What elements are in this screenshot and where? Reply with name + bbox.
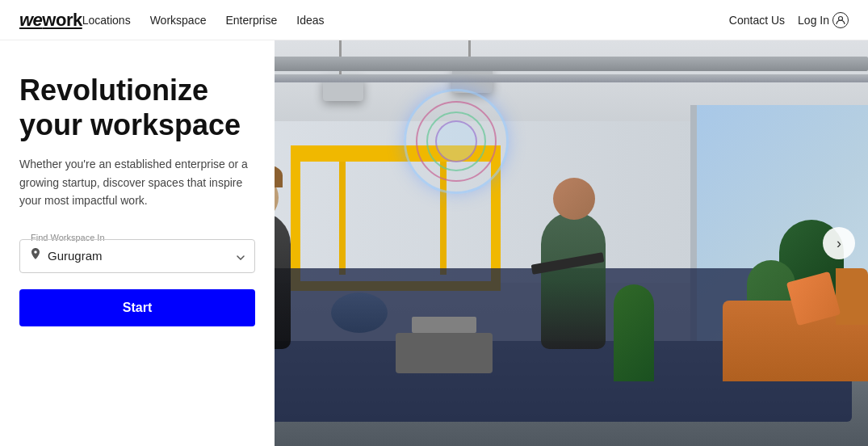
sofa-arm <box>836 268 868 325</box>
hero-subtitle: Whether you're an established enterprise… <box>19 155 255 209</box>
plant-left <box>614 284 654 381</box>
location-pin-icon <box>30 248 41 264</box>
nav-link-enterprise[interactable]: Enterprise <box>225 14 277 27</box>
nav-link-locations[interactable]: Locations <box>82 14 131 27</box>
user-icon <box>832 12 849 28</box>
nav-right: Contact Us Log In <box>729 12 849 28</box>
ottoman <box>331 292 388 333</box>
start-button[interactable]: Start <box>19 289 255 326</box>
brand-logo[interactable]: wework <box>19 10 82 31</box>
hero-content-panel: Revolutionize your workspace Whether you… <box>0 40 275 446</box>
login-button[interactable]: Log In <box>798 12 849 28</box>
location-select[interactable]: Gurugram Mumbai Bangalore Delhi Hyderaba… <box>48 249 230 263</box>
carousel-next-button[interactable]: › <box>823 227 855 259</box>
spiral-inner <box>435 120 477 162</box>
hero-title: Revolutionize your workspace <box>19 73 255 142</box>
coffee-table <box>396 333 493 373</box>
location-select-wrapper[interactable]: Gurugram Mumbai Bangalore Delhi Hyderaba… <box>19 239 255 273</box>
nav-links: Locations Workspace Enterprise Ideas <box>82 14 729 27</box>
chevron-down-icon <box>237 250 245 263</box>
nav-link-ideas[interactable]: Ideas <box>296 14 324 27</box>
navbar: wework Locations Workspace Enterprise Id… <box>0 0 868 40</box>
person-right-head <box>553 178 595 220</box>
person-right <box>541 212 606 349</box>
login-label: Log In <box>798 14 829 27</box>
table-items <box>412 317 476 333</box>
contact-us-link[interactable]: Contact Us <box>729 14 785 27</box>
yellow-inner-post <box>339 162 346 275</box>
chevron-right-icon: › <box>837 235 841 252</box>
workspace-search-form: Find Workspace In Gurugram Mumbai Bangal… <box>19 229 255 273</box>
nav-link-workspace[interactable]: Workspace <box>150 14 207 27</box>
